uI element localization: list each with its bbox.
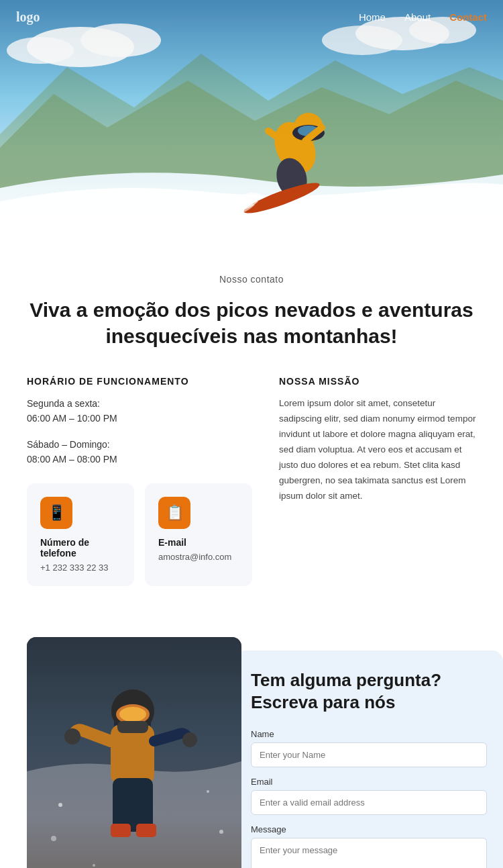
email-value: amostra@info.com <box>158 552 239 562</box>
name-field-group: Name <box>251 729 487 767</box>
svg-rect-17 <box>111 724 154 785</box>
nav-about[interactable]: About <box>404 11 431 23</box>
name-input[interactable] <box>251 742 487 767</box>
svg-point-22 <box>64 728 80 744</box>
hero-section <box>0 0 503 242</box>
weekdays-info: Segunda a sexta: 06:00 AM – 10:00 PM <box>27 396 252 426</box>
message-field-group: Message <box>251 824 487 868</box>
svg-rect-25 <box>111 824 131 837</box>
snowboarder-image <box>27 637 241 868</box>
svg-point-11 <box>298 126 319 136</box>
svg-point-29 <box>51 836 56 841</box>
phone-value: +1 232 333 22 33 <box>40 563 121 573</box>
svg-point-14 <box>241 178 322 218</box>
email-icon: 📋 <box>158 497 190 529</box>
email-label: E-mail <box>158 537 239 548</box>
main-heading: Viva a emoção dos picos nevados e aventu… <box>27 297 476 349</box>
bottom-image <box>27 637 241 868</box>
hero-image <box>0 0 503 242</box>
mission-title: NOSSA MISSÃO <box>279 376 476 387</box>
svg-point-31 <box>93 864 95 867</box>
weekend-label: Sábado – Domingo: <box>27 439 110 450</box>
weekend-info: Sábado – Domingo: 08:00 AM – 08:00 PM <box>27 437 252 467</box>
email-input[interactable] <box>251 790 487 815</box>
email-field-group: Email <box>251 777 487 815</box>
svg-point-3 <box>7 37 74 64</box>
contact-form-panel: Tem alguma pergunta?Escreva para nós Nam… <box>235 650 503 868</box>
svg-point-27 <box>58 803 62 807</box>
email-card: 📋 E-mail amostra@info.com <box>145 483 252 586</box>
svg-rect-21 <box>117 721 148 733</box>
svg-rect-26 <box>136 824 156 837</box>
two-column-layout: HORÁRIO DE FUNCIONAMENTO Segunda a sexta… <box>27 376 476 586</box>
svg-line-13 <box>305 128 322 141</box>
phone-icon: 📱 <box>40 497 72 529</box>
message-textarea[interactable] <box>251 838 487 868</box>
navbar: logo Home About Contact <box>0 0 503 34</box>
message-label: Message <box>251 824 487 834</box>
weekdays-hours: 06:00 AM – 10:00 PM <box>27 413 117 424</box>
svg-point-10 <box>292 125 325 141</box>
weekend-hours: 08:00 AM – 08:00 PM <box>27 454 117 465</box>
nav-links: Home About Contact <box>359 11 487 23</box>
mission-text: Lorem ipsum dolor sit amet, consetetur s… <box>279 396 476 504</box>
phone-card: 📱 Número de telefone +1 232 333 22 33 <box>27 483 134 586</box>
nav-logo[interactable]: logo <box>16 9 40 25</box>
nav-home[interactable]: Home <box>359 11 386 23</box>
svg-point-20 <box>119 707 146 722</box>
bottom-section: Tem alguma pergunta?Escreva para nós Nam… <box>0 637 503 868</box>
svg-point-7 <box>267 115 324 180</box>
svg-rect-0 <box>0 0 503 242</box>
subtitle: Nosso contato <box>27 274 476 285</box>
nav-contact[interactable]: Contact <box>449 11 487 23</box>
hours-column: HORÁRIO DE FUNCIONAMENTO Segunda a sexta… <box>27 376 252 586</box>
contact-cards: 📱 Número de telefone +1 232 333 22 33 📋 … <box>27 483 252 586</box>
phone-label: Número de telefone <box>40 537 121 559</box>
svg-point-8 <box>272 154 311 201</box>
form-heading: Tem alguma pergunta?Escreva para nós <box>251 669 487 715</box>
hours-title: HORÁRIO DE FUNCIONAMENTO <box>27 376 252 387</box>
svg-point-9 <box>294 113 323 142</box>
mission-column: NOSSA MISSÃO Lorem ipsum dolor sit amet,… <box>279 376 476 586</box>
svg-line-12 <box>268 131 288 144</box>
svg-point-28 <box>207 790 209 793</box>
svg-point-23 <box>182 732 197 747</box>
svg-point-30 <box>219 830 223 834</box>
name-label: Name <box>251 729 487 739</box>
email-label: Email <box>251 777 487 787</box>
weekdays-label: Segunda a sexta: <box>27 398 100 409</box>
content-section: Nosso contato Viva a emoção dos picos ne… <box>0 242 503 637</box>
